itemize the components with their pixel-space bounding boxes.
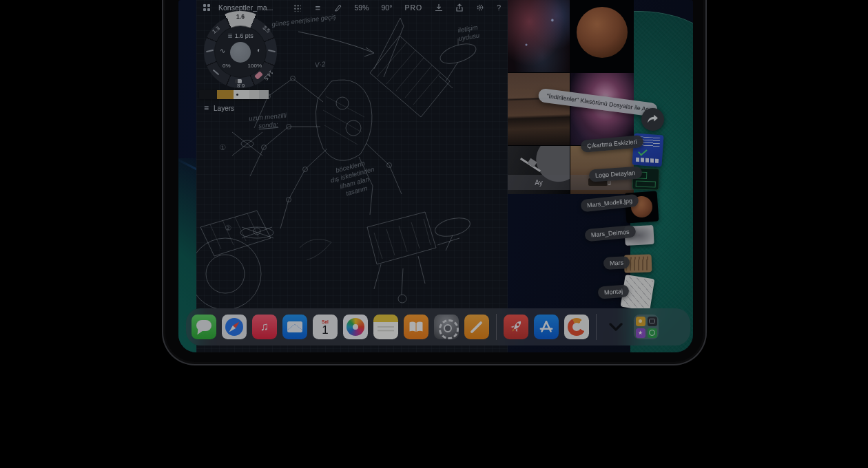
dock-divider — [496, 314, 497, 340]
annotation-version: V·2 — [314, 60, 326, 70]
document-title[interactable]: Konseptler_ma... — [218, 3, 273, 12]
chevron-down-icon — [608, 323, 623, 331]
export-share-icon[interactable] — [455, 3, 464, 12]
dock-app-notes[interactable] — [373, 315, 398, 339]
safari-compass-icon — [225, 317, 244, 337]
dock-app-library[interactable] — [634, 315, 659, 339]
dock-app-safari[interactable] — [222, 315, 247, 339]
layers-button[interactable]: Layers — [204, 103, 234, 113]
eraser-icon — [235, 79, 242, 83]
layers-label: Layers — [214, 105, 234, 112]
appstore-a-icon — [537, 318, 555, 336]
brush-size-bottom: 6.8 — [237, 83, 245, 89]
pro-badge[interactable]: PRO — [404, 3, 422, 12]
dock-divider — [596, 314, 597, 340]
dock-app-settings[interactable] — [434, 315, 459, 339]
dock-app-appstore[interactable] — [534, 315, 559, 339]
pen-icon — [468, 318, 486, 336]
zoom-level[interactable]: 59% — [354, 3, 369, 12]
smoothing-value: 0% — [223, 63, 231, 69]
color-preview[interactable] — [230, 42, 251, 63]
dock-app-photos[interactable] — [343, 315, 368, 339]
tool-wheel-center[interactable]: 1.6 pts 0% 100% — [215, 26, 266, 77]
dots-grid-icon[interactable] — [293, 4, 301, 12]
rotation-value[interactable]: 90° — [382, 3, 393, 12]
album-moon-label: Ay — [508, 175, 570, 190]
dock-app-messages[interactable] — [192, 315, 216, 339]
mini-star-icon — [636, 328, 645, 338]
dock-app-books[interactable] — [404, 315, 428, 339]
import-icon[interactable] — [435, 3, 443, 12]
dock-app-music[interactable] — [252, 315, 277, 339]
rocket-icon — [504, 315, 528, 339]
dock-app-pages[interactable] — [464, 315, 489, 339]
active-brush-size: 1.6 — [204, 13, 277, 20]
dock-app-rocket[interactable] — [504, 315, 528, 339]
dock-app-concepts[interactable] — [564, 315, 589, 339]
swatch-gray[interactable] — [259, 90, 269, 99]
pen-tool-icon[interactable] — [334, 3, 342, 12]
drag-item-mars[interactable]: Mars — [603, 256, 630, 270]
swatch-gold[interactable] — [217, 90, 234, 99]
drag-item-montaj[interactable]: Montaj — [597, 284, 629, 299]
opacity-icon — [257, 46, 261, 54]
drawing-canvas[interactable]: Konseptler_ma... 59% 90° PRO ? — [196, 0, 508, 352]
annotation-number-1: ① — [219, 143, 226, 152]
dock-app-mail[interactable] — [282, 315, 307, 339]
mini-tips-icon — [636, 317, 645, 326]
swatch-light-gray[interactable] — [249, 90, 259, 99]
dock-chevron-button[interactable] — [603, 315, 628, 339]
photo-horsehead-nebula[interactable] — [508, 0, 570, 72]
swatch-black[interactable] — [199, 90, 217, 99]
layers-icon — [204, 103, 209, 113]
opacity-value: 100% — [248, 63, 262, 69]
annotation-number-2: ② — [225, 224, 231, 233]
calendar-day: 1 — [322, 324, 328, 336]
lines-tool-icon[interactable] — [315, 3, 320, 13]
mini-camera-icon — [648, 317, 657, 326]
dock: Sal 1 — [186, 308, 690, 345]
photo-desert[interactable] — [508, 73, 570, 145]
ipad-screen: Konseptler_ma... 59% 90° PRO ? — [178, 0, 693, 352]
photo-mars-planet[interactable] — [570, 0, 634, 72]
smoothing-icon — [220, 47, 225, 54]
dock-app-calendar[interactable]: Sal 1 — [313, 315, 338, 339]
help-button[interactable]: ? — [497, 3, 501, 12]
stroke-icon — [227, 32, 235, 39]
open-book-icon — [409, 321, 424, 333]
album-moon[interactable]: Ay — [508, 146, 570, 194]
mini-clock-icon — [648, 328, 657, 338]
tool-wheel[interactable]: 1.6 1.3 3.5 6.8 14.5 1.6 pts 0% 100% — [204, 15, 277, 88]
share-arrow-icon — [647, 114, 659, 125]
share-forward-button[interactable] — [641, 108, 664, 131]
settings-gear-icon[interactable] — [476, 3, 484, 12]
color-swatch-bar[interactable] — [199, 90, 269, 99]
swatch-selector-dot — [236, 94, 238, 96]
home-grid-icon[interactable] — [203, 4, 210, 11]
brush-size-pts: 1.6 pts — [235, 32, 254, 39]
